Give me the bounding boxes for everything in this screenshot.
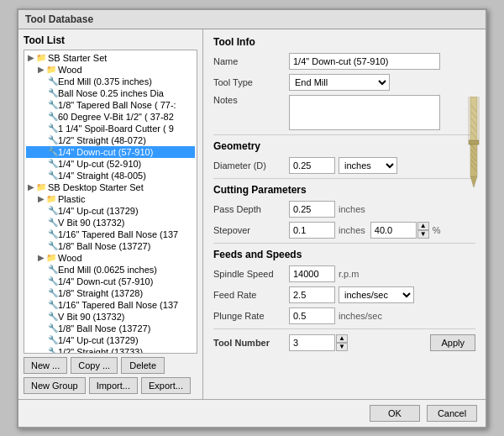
import-button[interactable]: Import...: [89, 377, 138, 394]
tool-number-input[interactable]: [289, 334, 335, 351]
new-group-button[interactable]: New Group: [24, 377, 86, 394]
tree-item-vbit-90-13732-2[interactable]: 🔧V Bit 90 (13732): [26, 311, 195, 323]
tool-number-down[interactable]: ▼: [336, 343, 348, 351]
tree-item-label: Wood: [58, 253, 82, 263]
tree-item-label: 1/2" Straight (48-072): [58, 135, 146, 145]
dialog-title: Tool Database: [18, 10, 486, 29]
expand-icon: ▶: [28, 53, 34, 62]
tree-item-upcut-52-910[interactable]: 🔧1/4" Up-cut (52-910): [26, 158, 195, 170]
tool-info-section-title: Tool Info: [213, 36, 475, 48]
tool-type-select[interactable]: End Mill Ball Nose V-Bit Straight: [289, 74, 390, 91]
tree-item-label: 1/8" Straight (13728): [58, 288, 143, 298]
tool-number-label: Tool Number: [213, 338, 289, 348]
tree-item-downcut-57-910[interactable]: 🔧1/4" Down-cut (57-910): [26, 146, 195, 158]
tree-item-end-mill[interactable]: 🔧End Mill (0.375 inches): [26, 76, 195, 87]
tool-icon: 🔧: [48, 323, 56, 333]
tree-item-label: End Mill (0.0625 inches): [58, 265, 157, 275]
tool-icon: 🔧: [48, 171, 56, 180]
tree-item-downcut-57-910-2[interactable]: 🔧1/4" Down-cut (57-910): [26, 276, 195, 287]
tree-item-sb-starter[interactable]: ▶ 📁SB Starter Set: [26, 52, 195, 64]
dialog-footer: OK Cancel: [18, 399, 486, 427]
stepover-pct-up[interactable]: ▲: [417, 222, 429, 230]
feed-rate-row: Feed Rate inches/sec mm/sec: [213, 286, 475, 303]
tool-icon: 🔧: [48, 88, 56, 97]
pass-depth-unit: inches: [339, 204, 365, 214]
tool-icon: 🔧: [48, 229, 56, 239]
tree-item-spoil-board[interactable]: 🔧1 1/4" Spoil-Board Cutter ( 9: [26, 123, 195, 134]
stepover-pct-unit: %: [433, 225, 441, 235]
spindle-speed-label: Spindle Speed: [213, 269, 289, 279]
tool-icon: 🔧: [48, 218, 56, 227]
tree-item-sb-desktop[interactable]: ▶ 📁SB Desktop Starter Set: [26, 181, 195, 193]
tree-item-end-mill-0625[interactable]: 🔧End Mill (0.0625 inches): [26, 264, 195, 276]
stepover-pct-down[interactable]: ▼: [417, 230, 429, 239]
tree-item-label: 1/4" Straight (48-005): [58, 171, 146, 181]
stepover-input[interactable]: [289, 222, 335, 239]
tree-item-wood1[interactable]: ▶ 📁Wood: [26, 64, 195, 76]
stepover-unit: inches: [339, 225, 365, 235]
tool-number-spinbox: ▲ ▼: [289, 334, 348, 351]
feeds-speeds-section-title: Feeds and Speeds: [213, 249, 475, 260]
plunge-rate-input[interactable]: [289, 307, 335, 324]
new-button[interactable]: New ...: [24, 357, 67, 374]
cancel-button[interactable]: Cancel: [427, 405, 477, 422]
tree-item-ball-nose-13727-2[interactable]: 🔧1/8" Ball Nose (13727): [26, 323, 195, 334]
tree-item-tapered-ball-nose[interactable]: 🔧1/8" Tapered Ball Nose ( 77-:: [26, 99, 195, 111]
tool-icon: 🔧: [48, 147, 56, 156]
stepover-pct-input[interactable]: [370, 222, 417, 239]
plunge-rate-row: Plunge Rate inches/sec: [213, 307, 475, 324]
tree-item-upcut-13729[interactable]: 🔧1/4" Up-cut (13729): [26, 205, 195, 217]
tool-number-row: Tool Number ▲ ▼ Apply: [213, 334, 475, 351]
tree-item-label: SB Desktop Starter Set: [48, 182, 144, 192]
copy-button[interactable]: Copy ...: [71, 357, 118, 374]
diameter-input[interactable]: [289, 157, 335, 174]
tree-item-straight-48-005[interactable]: 🔧1/4" Straight (48-005): [26, 170, 195, 181]
ok-button[interactable]: OK: [370, 405, 420, 422]
tree-item-tapered-ball-137-a[interactable]: 🔧1/16" Tapered Ball Nose (137: [26, 229, 195, 240]
tree-item-vbit-90-13732[interactable]: 🔧V Bit 90 (13732): [26, 217, 195, 229]
spindle-speed-input[interactable]: [289, 265, 335, 282]
delete-button[interactable]: Delete: [121, 357, 165, 374]
tree-item-vbit-60[interactable]: 🔧60 Degree V-Bit 1/2" ( 37-82: [26, 111, 195, 123]
feed-rate-label: Feed Rate: [213, 290, 289, 300]
tree-item-label: 1 1/4" Spoil-Board Cutter ( 9: [58, 123, 174, 134]
stepover-row: Stepover inches ▲ ▼ %: [213, 222, 475, 239]
pass-depth-input[interactable]: [289, 201, 335, 218]
folder-icon: 📁: [46, 253, 56, 262]
diameter-row: Diameter (D) inches mm: [213, 157, 475, 174]
tree-item-label: V Bit 90 (13732): [58, 312, 125, 322]
tree-item-label: 1/2" Straight (13733): [58, 347, 143, 354]
diameter-label: Diameter (D): [213, 160, 289, 171]
tree-item-label: 1/4" Up-cut (13729): [58, 206, 139, 216]
right-panel: Tool Info Name Tool Type End Mill Ball N…: [203, 29, 486, 399]
bottom-buttons: New ... Copy ... Delete New Group Import…: [24, 354, 197, 394]
tree-item-ball-nose-13728[interactable]: 🔧1/8" Ball Nose (13727): [26, 240, 195, 252]
tree-item-label: Plastic: [58, 194, 85, 204]
name-input[interactable]: [289, 53, 440, 70]
tree-item-tapered-ball-137-b[interactable]: 🔧1/16" Tapered Ball Nose (137: [26, 299, 195, 311]
tool-number-spinbox-buttons: ▲ ▼: [336, 334, 348, 351]
tree-item-ball-nose-025[interactable]: 🔧Ball Nose 0.25 inches Dia: [26, 87, 195, 99]
diameter-unit-select[interactable]: inches mm: [339, 157, 397, 174]
tree-item-upcut-13729-2[interactable]: 🔧1/4" Up-cut (13729): [26, 334, 195, 346]
tool-tree[interactable]: ▶ 📁SB Starter Set▶ 📁Wood🔧End Mill (0.375…: [24, 50, 197, 354]
tool-list-title: Tool List: [24, 34, 197, 46]
export-button[interactable]: Export...: [141, 377, 191, 394]
tree-item-label: 1/8" Ball Nose (13727): [58, 241, 150, 251]
tree-item-straight-048[interactable]: 🔧1/2" Straight (48-072): [26, 134, 195, 146]
pass-depth-label: Pass Depth: [213, 204, 289, 214]
tool-number-group: Tool Number ▲ ▼: [213, 334, 348, 351]
tree-item-wood2[interactable]: ▶ 📁Wood: [26, 252, 195, 264]
tool-icon: 🔧: [48, 159, 56, 168]
name-row: Name: [213, 53, 475, 70]
spindle-speed-unit: r.p.m: [339, 269, 359, 279]
feed-rate-unit-select[interactable]: inches/sec mm/sec: [339, 286, 414, 303]
tree-item-straight-13728[interactable]: 🔧1/8" Straight (13728): [26, 287, 195, 299]
apply-button[interactable]: Apply: [430, 334, 475, 351]
pass-depth-row: Pass Depth inches: [213, 201, 475, 218]
tool-number-up[interactable]: ▲: [336, 334, 348, 343]
tree-item-plastic[interactable]: ▶ 📁Plastic: [26, 193, 195, 205]
tree-item-straight-13733[interactable]: 🔧1/2" Straight (13733): [26, 346, 195, 354]
feed-rate-input[interactable]: [289, 286, 335, 303]
notes-textarea[interactable]: [289, 95, 440, 130]
